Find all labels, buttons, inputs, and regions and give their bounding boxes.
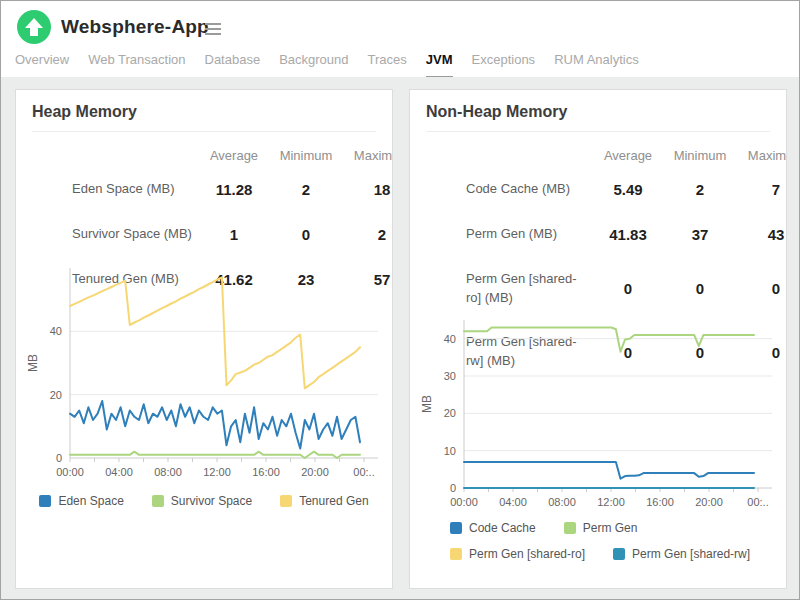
nonheap-row-label: Code Cache (MB) [410,167,592,212]
nonheap-chart-legend-row1: Code CachePerm Gen [450,521,637,535]
nonheap-minimum-value: 37 [664,212,736,257]
svg-text:08:00: 08:00 [548,496,576,508]
heap-memory-panel: Heap Memory AverageMinimumMaximumEden Sp… [15,89,393,589]
heap-header-row: AverageMinimumMaximum [16,138,393,167]
nonheap-memory-chart: 01020304000:0004:0008:0012:0016:0020:000… [418,312,780,516]
tab-rum-analytics[interactable]: RUM Analytics [554,52,639,79]
table-row: Eden Space (MB)11.28218 [16,167,393,212]
legend-swatch-icon [280,495,292,507]
table-row: Code Cache (MB)5.4927 [410,167,787,212]
heap-row-label: Survivor Space (MB) [16,212,198,257]
app-window: Websphere-App OverviewWeb TransactionDat… [0,0,800,600]
nonheap-header-maximum: Maximum [736,138,787,167]
legend-label: Survivor Space [171,494,252,508]
legend-swatch-icon [613,548,625,560]
heap-maximum-value: 18 [342,167,393,212]
legend-item-survivor-space[interactable]: Survivor Space [152,494,252,508]
legend-label: Code Cache [469,521,536,535]
legend-swatch-icon [450,548,462,560]
nonheap-chart-legend-row2: Perm Gen [shared-ro]Perm Gen [shared-rw] [450,547,750,561]
nonheap-average-value: 5.49 [592,167,664,212]
legend-swatch-icon [450,522,462,534]
legend-item-eden-space[interactable]: Eden Space [39,494,123,508]
heap-average-value: 11.28 [198,167,270,212]
svg-text:MB: MB [420,395,434,413]
nonheap-maximum-value: 43 [736,212,787,257]
nonheap-maximum-value: 7 [736,167,787,212]
svg-text:10: 10 [444,445,456,457]
legend-item-code-cache[interactable]: Code Cache [450,521,536,535]
heap-memory-chart: 0204000:0004:0008:0012:0016:0020:0000:..… [24,260,386,486]
nonheap-memory-panel: Non-Heap Memory AverageMinimumMaximumCod… [409,89,787,589]
svg-text:MB: MB [26,354,40,372]
nonheap-minimum-value: 0 [664,257,736,321]
legend-item-perm-gen-shared-ro-[interactable]: Perm Gen [shared-ro] [450,547,585,561]
svg-text:20: 20 [50,389,62,401]
heap-header-minimum: Minimum [270,138,342,167]
heap-header-average: Average [198,138,270,167]
nonheap-header-average: Average [592,138,664,167]
svg-text:20: 20 [444,407,456,419]
tab-overview[interactable]: Overview [15,52,69,79]
legend-item-tenured-gen[interactable]: Tenured Gen [280,494,368,508]
svg-text:16:00: 16:00 [252,466,280,478]
header: Websphere-App OverviewWeb TransactionDat… [1,1,799,77]
nonheap-header-row: AverageMinimumMaximum [410,138,787,167]
svg-text:04:00: 04:00 [499,496,527,508]
table-row: Perm Gen (MB)41.833743 [410,212,787,257]
legend-label: Perm Gen [shared-rw] [632,547,750,561]
heap-panel-title: Heap Memory [32,103,376,132]
nonheap-maximum-value: 0 [736,257,787,321]
svg-text:00:..: 00:.. [747,496,768,508]
svg-text:08:00: 08:00 [154,466,182,478]
content-area: Heap Memory AverageMinimumMaximumEden Sp… [1,77,799,599]
legend-item-perm-gen-shared-rw-[interactable]: Perm Gen [shared-rw] [613,547,750,561]
app-status-icon [17,10,51,44]
svg-text:0: 0 [450,482,456,494]
svg-text:20:00: 20:00 [695,496,723,508]
svg-text:00:00: 00:00 [450,496,478,508]
svg-text:30: 30 [444,370,456,382]
heap-minimum-value: 0 [270,212,342,257]
heap-minimum-value: 2 [270,167,342,212]
legend-label: Tenured Gen [299,494,368,508]
svg-text:20:00: 20:00 [301,466,329,478]
hamburger-icon[interactable] [205,23,221,38]
legend-label: Eden Space [58,494,123,508]
svg-text:00:..: 00:.. [353,466,374,478]
tab-bar: OverviewWeb TransactionDatabaseBackgroun… [15,52,639,79]
svg-text:00:00: 00:00 [56,466,84,478]
heap-maximum-value: 2 [342,212,393,257]
legend-item-perm-gen[interactable]: Perm Gen [564,521,638,535]
svg-text:40: 40 [50,325,62,337]
tab-web-transaction[interactable]: Web Transaction [88,52,185,79]
nonheap-average-value: 0 [592,257,664,321]
tab-exceptions[interactable]: Exceptions [472,52,536,79]
svg-text:16:00: 16:00 [646,496,674,508]
heap-row-label: Eden Space (MB) [16,167,198,212]
nonheap-row-label: Perm Gen [shared-ro] (MB) [410,257,592,321]
app-title: Websphere-App [61,16,209,38]
svg-text:04:00: 04:00 [105,466,133,478]
legend-swatch-icon [152,495,164,507]
nonheap-panel-title: Non-Heap Memory [426,103,770,132]
legend-swatch-icon [564,522,576,534]
table-row: Perm Gen [shared-ro] (MB)000 [410,257,787,321]
legend-label: Perm Gen [shared-ro] [469,547,585,561]
tab-jvm[interactable]: JVM [426,52,453,79]
tab-background[interactable]: Background [279,52,348,79]
table-row: Survivor Space (MB)102 [16,212,393,257]
svg-text:12:00: 12:00 [597,496,625,508]
tab-database[interactable]: Database [205,52,261,79]
tab-traces[interactable]: Traces [368,52,407,79]
svg-text:0: 0 [56,452,62,464]
nonheap-row-label: Perm Gen (MB) [410,212,592,257]
svg-text:12:00: 12:00 [203,466,231,478]
up-arrow-icon [17,10,51,44]
heap-chart-legend: Eden SpaceSurvivor SpaceTenured Gen [16,494,392,508]
heap-average-value: 1 [198,212,270,257]
nonheap-average-value: 41.83 [592,212,664,257]
nonheap-header-minimum: Minimum [664,138,736,167]
legend-swatch-icon [39,495,51,507]
legend-label: Perm Gen [583,521,638,535]
